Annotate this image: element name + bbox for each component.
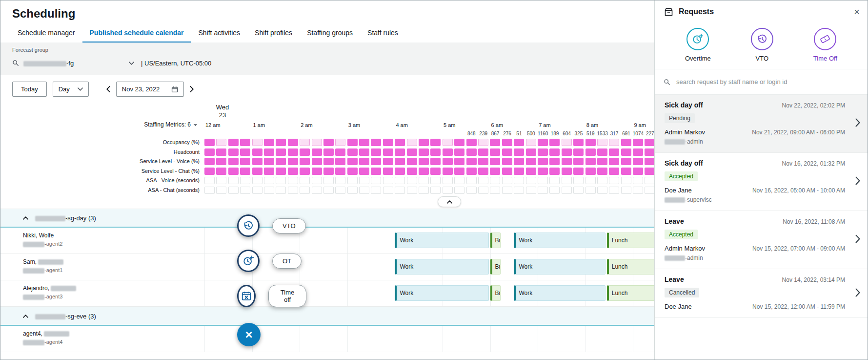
metric-cell xyxy=(430,139,441,146)
metric-cell xyxy=(430,158,441,165)
metric-cell xyxy=(562,187,572,194)
status-badge: Accepted xyxy=(665,171,698,181)
shift-bar-work[interactable]: Work xyxy=(514,285,605,301)
request-card[interactable]: LeaveNov 14, 2022, 03:14 PMCancelledDoe … xyxy=(655,269,868,318)
request-title: Leave xyxy=(665,217,684,225)
shift-bar-break[interactable]: Br... xyxy=(490,285,501,301)
metric-values-row: 8482398672765150011601896043255191533317… xyxy=(0,131,654,138)
metric-cell xyxy=(323,148,334,156)
requester-name: Admin Markov xyxy=(665,245,705,252)
metric-cell xyxy=(264,187,274,194)
filter-vto[interactable]: VTO xyxy=(751,28,773,62)
overlay-ot-label[interactable]: OT xyxy=(272,254,302,269)
metric-value: 227 xyxy=(646,131,654,136)
date-field[interactable]: Nov 23, 2022 xyxy=(116,82,184,97)
chevron-right-icon[interactable] xyxy=(855,288,860,299)
tab-staffing-groups[interactable]: Staffing groups xyxy=(300,23,360,42)
chevron-right-icon[interactable] xyxy=(855,234,860,245)
metric-cell xyxy=(562,177,572,184)
tab-published-schedule-calendar[interactable]: Published schedule calendar xyxy=(82,23,191,42)
overlay-close-button[interactable]: × xyxy=(237,323,261,346)
group-header-row[interactable]: -sg-eve (3) xyxy=(0,307,654,326)
shift-bar-break[interactable]: Br... xyxy=(490,233,501,248)
metric-cell xyxy=(264,158,274,165)
filter-overtime[interactable]: Overtime xyxy=(685,28,711,62)
hour-label: 8 am xyxy=(586,122,598,128)
schedule-body: -sg-day (3)Nikki, Wolfe-agent2WorkBr...W… xyxy=(0,209,654,352)
redacted-text xyxy=(23,268,44,274)
metric-cell xyxy=(609,148,619,156)
page-title: Scheduling xyxy=(0,0,654,23)
shift-bar-break[interactable]: Br... xyxy=(490,259,501,275)
overlay-vto-button[interactable] xyxy=(237,214,260,237)
tab-shift-activities[interactable]: Shift activities xyxy=(191,23,247,42)
tab-schedule-manager[interactable]: Schedule manager xyxy=(10,23,82,42)
metric-cell xyxy=(252,139,262,146)
forecast-group-row: -fg | US/Eastern, UTC-05:00 xyxy=(12,56,643,70)
request-search-input[interactable] xyxy=(675,78,859,86)
metric-row xyxy=(204,186,654,195)
chevron-down-icon xyxy=(129,62,134,65)
metric-cell xyxy=(204,148,215,156)
metric-row xyxy=(204,148,654,157)
tab-staff-rules[interactable]: Staff rules xyxy=(360,23,405,42)
request-card[interactable]: Sick day offNov 16, 2022, 01:32 PMAccept… xyxy=(655,153,868,211)
group-header-row[interactable]: -sg-day (3) xyxy=(0,209,654,228)
metric-cell xyxy=(621,177,631,184)
metric-cell xyxy=(252,168,262,175)
request-card[interactable]: Sick day offNov 22, 2022, 02:02 PMPendin… xyxy=(655,95,868,153)
shift-bar-work[interactable]: Work xyxy=(395,285,488,301)
forecast-group-select[interactable]: -fg xyxy=(12,60,134,67)
prev-day-button[interactable] xyxy=(103,84,113,95)
metric-label: ASA - Voice (seconds) xyxy=(0,176,200,186)
metric-cell xyxy=(216,168,226,175)
shift-bar-work[interactable]: Work xyxy=(395,233,488,248)
metric-cell xyxy=(645,177,654,184)
staffing-metrics-toggle[interactable]: Staffing Metrics: 6 xyxy=(0,121,198,128)
tab-shift-profiles[interactable]: Shift profiles xyxy=(247,23,300,42)
metric-cell xyxy=(585,168,596,175)
close-panel-button[interactable]: × xyxy=(852,7,862,17)
chevron-up-icon[interactable] xyxy=(23,315,28,318)
shift-bar-lunch[interactable]: Lunch xyxy=(607,233,654,248)
metric-cell xyxy=(371,168,381,175)
metric-value: 500 xyxy=(527,131,535,136)
agent-row: Alejandro, -agent3WorkBr...WorkLunch xyxy=(0,280,654,307)
metric-cell xyxy=(204,139,215,146)
metric-cell xyxy=(216,187,226,194)
requester-name: Admin Markov xyxy=(665,128,705,136)
metric-cell xyxy=(395,148,405,156)
chevron-right-icon[interactable] xyxy=(855,118,860,129)
request-range: Nov 15, 2022, 07:00 AM - 09:00 AM xyxy=(752,245,845,252)
filter-time-off[interactable]: Time Off xyxy=(813,28,837,62)
shift-bar-work[interactable]: Work xyxy=(514,233,605,248)
shift-bar-lunch[interactable]: Lunch xyxy=(607,285,654,301)
request-card[interactable]: LeaveNov 16, 2022, 11:08 AMAcceptedAdmin… xyxy=(655,211,868,269)
metric-value: 519 xyxy=(586,131,595,136)
redacted-text xyxy=(23,295,44,300)
shift-bar-lunch[interactable]: Lunch xyxy=(607,259,654,275)
metric-cell xyxy=(454,139,464,146)
metric-cell xyxy=(395,139,405,146)
today-button[interactable]: Today xyxy=(12,82,47,97)
overlay-vto-label[interactable]: VTO xyxy=(272,218,306,233)
overlay-time-off-label[interactable]: Time off xyxy=(268,285,307,307)
requester-name: Doe Jane xyxy=(665,187,692,194)
metric-cell xyxy=(216,158,226,165)
collapse-metrics-button[interactable] xyxy=(438,196,461,207)
metric-cell xyxy=(538,187,548,194)
metric-cell xyxy=(407,177,417,184)
next-day-button[interactable] xyxy=(187,84,197,95)
chevron-right-icon[interactable] xyxy=(855,176,860,187)
redacted-text xyxy=(44,331,69,337)
metric-cell xyxy=(419,168,429,175)
metric-label: ASA - Chat (seconds) xyxy=(0,186,200,195)
shift-bar-work[interactable]: Work xyxy=(514,259,605,275)
shift-bar-work[interactable]: Work xyxy=(395,259,488,275)
metric-value: 604 xyxy=(563,131,571,136)
overlay-ot-button[interactable] xyxy=(237,250,260,272)
view-select[interactable]: Day xyxy=(53,82,89,97)
chevron-up-icon[interactable] xyxy=(23,216,28,220)
overlay-time-off-button[interactable] xyxy=(237,285,256,307)
metric-cell xyxy=(538,177,548,184)
